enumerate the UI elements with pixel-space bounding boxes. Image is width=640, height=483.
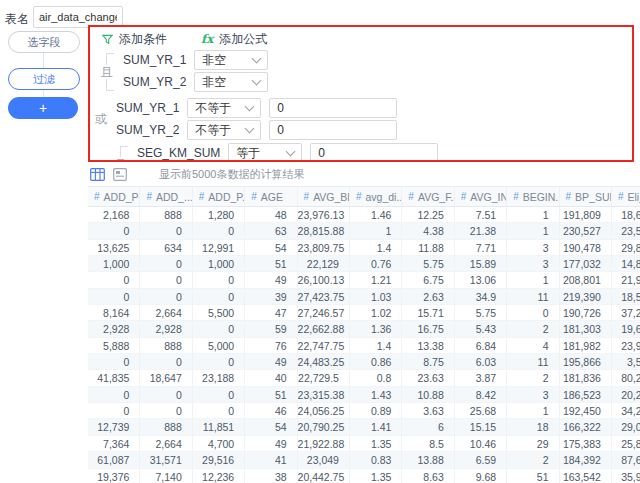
numeric-type-icon: # (356, 191, 362, 202)
cell: 35,935 (612, 469, 640, 483)
operator-value: 不等于 (195, 122, 231, 139)
cell: 0 (193, 289, 245, 305)
cell: 24,056.25 (298, 403, 350, 419)
table-row: 13,62563412,9915423,809.751.411.887.7131… (88, 240, 640, 256)
operator-value: 不等于 (195, 100, 231, 117)
cell: 1.4 (350, 240, 402, 256)
sidebar-item-filter[interactable]: 过滤 (8, 68, 80, 90)
cell: 3,520 (612, 354, 640, 370)
cell: 177,032 (560, 256, 612, 272)
cell: 19,376 (88, 469, 140, 483)
cell: 3 (507, 240, 559, 256)
cell: 24,483.25 (298, 354, 350, 370)
cell: 51 (507, 469, 559, 483)
operator-select[interactable]: 不等于 (187, 120, 261, 140)
column-header[interactable]: #AVG_BP... (298, 187, 350, 206)
cell: 3 (507, 256, 559, 272)
cell: 18,628 (612, 207, 640, 223)
cell: 888 (140, 419, 192, 435)
operator-select[interactable]: 等于 (228, 143, 302, 162)
column-header-label: AVG_INT... (470, 191, 507, 203)
funnel-icon (102, 34, 113, 45)
cell: 2,928 (88, 321, 140, 337)
cell: 2,664 (140, 436, 192, 452)
cell: 181,303 (560, 321, 612, 337)
numeric-type-icon: # (199, 191, 205, 202)
card-view-icon[interactable] (113, 168, 127, 181)
add-condition-button[interactable]: 添加条件 (102, 31, 167, 48)
cell: 39 (245, 289, 297, 305)
column-header-label: BEGIN... (523, 191, 560, 203)
column-header[interactable]: #ADD_P... (193, 187, 245, 206)
cell: 2.63 (402, 289, 454, 305)
column-header[interactable]: #ADD_... (140, 187, 192, 206)
cell: 10.88 (402, 387, 454, 403)
cell: 23,315.38 (298, 387, 350, 403)
cell: 0 (193, 223, 245, 239)
column-header[interactable]: #Eli_Add_Poi... (612, 187, 640, 206)
cell: 7.51 (455, 207, 507, 223)
column-header[interactable]: #avg_di... (350, 187, 402, 206)
cell: 54 (245, 419, 297, 435)
cell: 11,851 (193, 419, 245, 435)
numeric-type-icon: # (513, 191, 519, 202)
numeric-type-icon: # (304, 191, 310, 202)
chevron-down-icon (286, 147, 296, 157)
add-formula-button[interactable]: fx 添加公式 (201, 31, 267, 48)
column-header[interactable]: #BEGIN... (507, 187, 559, 206)
cell: 0 (193, 272, 245, 288)
column-header[interactable]: #AVG_F... (402, 187, 454, 206)
cell: 0.76 (350, 256, 402, 272)
cell: 208,801 (560, 272, 612, 288)
condition-field: SUM_YR_1 (116, 101, 179, 115)
cell: 5.43 (455, 321, 507, 337)
cell: 19,650 (612, 321, 640, 337)
cell: 1.02 (350, 305, 402, 321)
cell: 12,739 (88, 419, 140, 435)
operator-select[interactable]: 不等于 (187, 98, 261, 118)
add-node-button[interactable]: + (8, 97, 78, 119)
condition-value-input[interactable] (269, 120, 397, 140)
column-header[interactable]: #AGE (245, 187, 297, 206)
cell: 219,390 (560, 289, 612, 305)
cell: 5,500 (193, 305, 245, 321)
column-header[interactable]: #BP_SUM (560, 187, 612, 206)
cell: 634 (140, 240, 192, 256)
cell: 11.88 (402, 240, 454, 256)
cell: 0 (193, 403, 245, 419)
cell: 0.86 (350, 354, 402, 370)
cell: 18 (507, 419, 559, 435)
table-body: 2,1688881,2804823,976.131.4612.257.51119… (88, 207, 640, 483)
table-row: 61,08731,57129,5164123,0490.8313.886.592… (88, 452, 640, 468)
cell: 8.75 (402, 354, 454, 370)
cell: 1.43 (350, 387, 402, 403)
condition-value-input[interactable] (310, 143, 438, 162)
cell: 23,809.75 (298, 240, 350, 256)
cell: 1 (507, 272, 559, 288)
column-header-label: ADD_P... (208, 191, 245, 203)
column-header-label: Eli_Add_Poi... (627, 191, 640, 203)
column-header[interactable]: #AVG_INT... (455, 187, 507, 206)
column-header-label: ADD_Poi... (104, 191, 141, 203)
condition-value-input[interactable] (269, 98, 397, 118)
table-row: 0004624,056.250.893.6325.681192,45034,24… (88, 403, 640, 419)
operator-select[interactable]: 非空 (194, 50, 268, 70)
sidebar-item-select-fields[interactable]: 选字段 (8, 31, 80, 53)
column-header[interactable]: #ADD_Poi... (88, 187, 140, 206)
cell: 76 (245, 338, 297, 354)
cell: 2 (507, 321, 559, 337)
cell: 13,625 (88, 240, 140, 256)
cell: 1 (507, 207, 559, 223)
cell: 8.42 (455, 387, 507, 403)
cell: 23,524 (612, 223, 640, 239)
column-header-label: ADD_... (156, 191, 193, 203)
operator-select[interactable]: 非空 (194, 72, 268, 92)
cell: 1.03 (350, 289, 402, 305)
cell: 3.87 (455, 370, 507, 386)
table-view-icon[interactable] (90, 168, 105, 181)
cell: 0.89 (350, 403, 402, 419)
cell: 29,046 (612, 419, 640, 435)
cell: 13.06 (455, 272, 507, 288)
cell: 0 (140, 289, 192, 305)
table-row: 19,3767,14012,2363820,442.751.358.639.68… (88, 469, 640, 483)
